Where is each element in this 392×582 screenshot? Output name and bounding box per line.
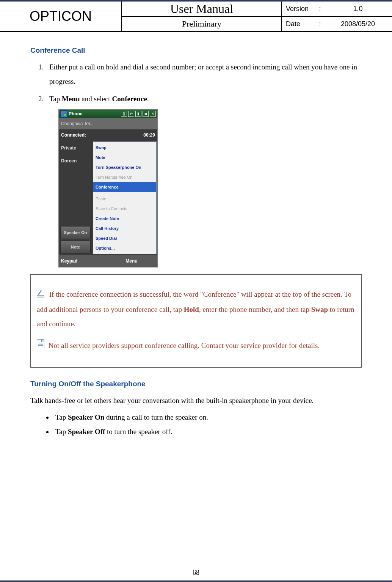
header-meta: Version : 1.0 Date : 2008/05/20 [282,2,392,31]
note-tip: If the conference connection is successf… [37,287,355,331]
connected-row: Connected: 00:29 [59,129,157,141]
page: OPTICON User Manual Preliminary Version … [0,0,392,582]
bullet-speaker-on: Tap Speaker On during a call to turn the… [53,410,362,425]
date-row: Date : 2008/05/20 [282,16,392,31]
content-body: Conference Call Either put a call on hol… [0,32,392,439]
volume-icon: ◀ [143,111,149,117]
menu-speed-dial[interactable]: Speed Dial [93,233,156,243]
menu-call-history[interactable]: Call History [93,223,156,233]
colon: : [316,5,324,13]
note-info: Not all service providers support confer… [37,338,355,354]
b2-b: Speaker Off [68,428,105,436]
b1-pre: Tap [55,413,68,421]
phone-screenshot: Phone ▯ ⇄ ▮ ◀ ✕ Chunghwa Tel... Connecte… [58,109,158,267]
header-mid: User Manual Preliminary [122,2,282,31]
version-value: 1.0 [324,5,392,13]
b1-b: Speaker On [68,413,104,421]
b1-post: during a call to turn the speaker on. [104,413,208,421]
step-2: Tap Menu and select Conference. [45,92,362,106]
step2-post: . [147,95,149,103]
softkey-keypad[interactable]: Keypad [61,256,108,266]
header-table: OPTICON User Manual Preliminary Version … [0,2,392,32]
date-label: Date [286,20,316,28]
context-menu: Swap Mute Turn Speakerphone On Turn Hand… [93,142,157,254]
step2-conf: Conference [112,95,147,103]
signal-icon: ▯ [121,111,127,117]
page-icon [37,339,44,353]
doc-title: User Manual [122,2,281,17]
carrier-label: Chunghwa Tel... [59,118,157,129]
colon: : [316,20,324,28]
tip-swap: Swap [311,305,328,313]
bullet-speaker-off: Tap Speaker Off to turn the speaker off. [53,425,362,439]
shot-title: Phone [69,109,121,118]
softkey-menu[interactable]: Menu [108,256,155,266]
tray-icons: ▯ ⇄ ▮ ◀ ✕ [121,111,156,117]
doc-subtitle: Preliminary [122,17,281,31]
date-value: 2008/05/20 [324,20,392,28]
note-box: If the conference connection is successf… [30,274,362,368]
brand: OPTICON [0,2,122,31]
step2-pre: Tap [49,95,62,103]
shot-side: Private Doreen Speaker On Note [59,141,92,255]
b2-pre: Tap [55,428,68,436]
menu-create-note[interactable]: Create Note [93,214,156,223]
menu-conference[interactable]: Conference [93,182,156,192]
menu-speakerphone[interactable]: Turn Speakerphone On [93,162,156,172]
speakerphone-intro: Talk hands-free or let others hear your … [30,393,362,408]
heading-speakerphone: Turning On/Off the Speakerphone [30,377,362,391]
page-number: 68 [0,569,392,577]
connected-label: Connected: [61,131,86,140]
connected-time: 00:29 [143,131,155,140]
pencil-icon [37,288,45,302]
step2-mid: and select [80,95,112,103]
menu-save-contacts: Save to Contacts [93,204,156,214]
step-1: Either put a call on hold and dial a sec… [45,60,362,89]
menu-handsfree: Turn Hands-free On [93,172,156,182]
version-label: Version [286,5,316,13]
label-private: Private [60,142,91,154]
heading-conference-call: Conference Call [30,43,362,58]
speaker-on-button[interactable]: Speaker On [60,226,91,239]
tip-b: , enter the phone number, and then tap [199,305,311,313]
menu-separator [93,193,156,193]
tip-hold: Hold [184,305,199,313]
close-icon: ✕ [150,111,156,117]
b2-post: to turn the speaker off. [105,428,172,436]
menu-swap[interactable]: Swap [93,143,156,153]
shot-main: Private Doreen Speaker On Note Swap Mute… [59,141,157,255]
battery-icon: ▮ [135,111,141,117]
sync-icon: ⇄ [128,111,134,117]
step2-menu: Menu [62,95,80,103]
windows-icon [60,110,67,117]
speaker-bullets: Tap Speaker On during a call to turn the… [53,410,362,439]
version-row: Version : 1.0 [282,2,392,16]
steps-list: Either put a call on hold and dial a sec… [45,60,362,106]
info-text: Not all service providers support confer… [47,341,320,349]
note-button[interactable]: Note [60,241,91,253]
label-doreen: Doreen [60,155,91,167]
menu-mute[interactable]: Mute [93,153,156,162]
shot-titlebar: Phone ▯ ⇄ ▮ ◀ ✕ [59,110,157,118]
shot-footer: Keypad Menu [59,255,157,267]
menu-options[interactable]: Options... [93,243,156,253]
menu-paste: Paste [93,194,156,204]
